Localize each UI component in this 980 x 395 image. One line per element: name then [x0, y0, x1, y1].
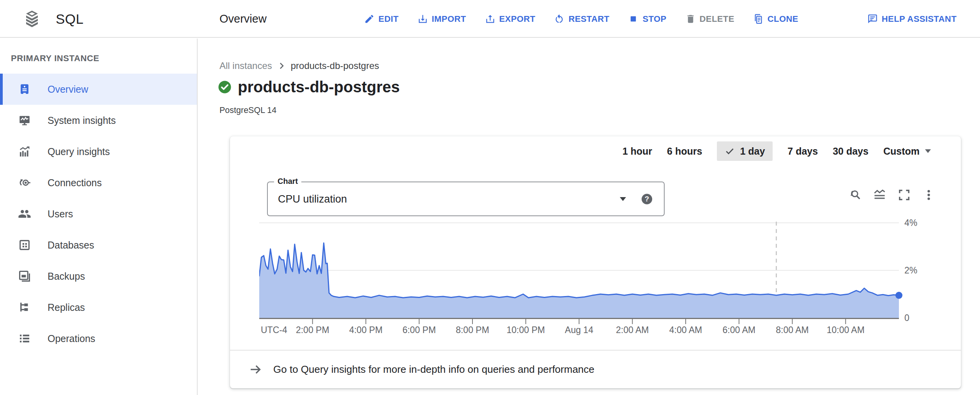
monitor-chart-icon	[18, 114, 31, 127]
metrics-card: 1 hour 6 hours 1 day 7 days 30 days Cust…	[230, 136, 961, 388]
instance-title-row: products-db-postgres	[218, 78, 400, 96]
svg-text:?: ?	[645, 195, 649, 203]
clone-button[interactable]: CLONE	[753, 14, 798, 24]
custom-range-label: Custom	[883, 146, 920, 157]
chart-tools	[849, 189, 935, 201]
zoom-reset-icon[interactable]	[849, 189, 861, 201]
restart-label: RESTART	[568, 14, 609, 24]
sidebar-item-system-insights[interactable]: System insights	[0, 105, 197, 136]
sidebar-item-backups[interactable]: Backups	[0, 261, 197, 292]
import-button[interactable]: IMPORT	[417, 14, 466, 24]
toolbar: EDIT IMPORT EXPORT RESTART STOP DELETE	[364, 14, 957, 24]
x-tick-label: 4:00 AM	[669, 325, 702, 335]
time-range-label: 6 hours	[667, 146, 702, 157]
time-range-6-hours[interactable]: 6 hours	[667, 141, 702, 161]
table-grid-icon	[18, 238, 31, 252]
export-button[interactable]: EXPORT	[485, 14, 536, 24]
stop-label: STOP	[642, 14, 666, 24]
sidebar-item-label: Operations	[48, 333, 95, 344]
sidebar-item-label: Replicas	[48, 302, 85, 313]
help-assistant-button[interactable]: HELP ASSISTANT	[867, 14, 957, 24]
instance-name: products-db-postgres	[238, 78, 400, 96]
sidebar-item-users[interactable]: Users	[0, 198, 197, 229]
cpu-chart-svg: 2:00 PM4:00 PM6:00 PM8:00 PM10:00 PMAug …	[259, 218, 961, 339]
check-icon	[725, 146, 735, 156]
upload-icon	[485, 14, 495, 24]
trash-icon	[685, 14, 696, 24]
x-tick-label: 6:00 PM	[402, 325, 436, 335]
sidebar-item-label: Overview	[48, 84, 88, 95]
clone-label: CLONE	[768, 14, 798, 24]
restart-button[interactable]: RESTART	[554, 14, 609, 24]
time-range-custom[interactable]: Custom	[883, 141, 931, 161]
x-tick-label: 2:00 AM	[616, 325, 649, 335]
help-icon[interactable]: ?	[641, 193, 653, 205]
cpu-utilization-chart[interactable]: 2:00 PM4:00 PM6:00 PM8:00 PM10:00 PMAug …	[259, 218, 961, 339]
sidebar-item-overview[interactable]: Overview	[0, 74, 197, 105]
x-tick-label: 10:00 AM	[827, 325, 865, 335]
time-range-label: 30 days	[833, 146, 869, 157]
time-range-7-days[interactable]: 7 days	[787, 141, 818, 161]
y-tick-label: 4%	[904, 218, 917, 228]
y-tick-label: 0	[904, 313, 909, 323]
stop-button[interactable]: STOP	[628, 14, 666, 24]
cloud-sql-logo-icon	[22, 9, 42, 29]
pencil-icon	[364, 14, 375, 24]
sidebar-item-databases[interactable]: Databases	[0, 229, 197, 261]
page-title: Overview	[219, 12, 267, 25]
import-label: IMPORT	[432, 14, 466, 24]
clone-icon	[753, 14, 764, 24]
x-tick-label: 10:00 PM	[507, 325, 545, 335]
check-circle-icon	[218, 80, 232, 94]
chevron-right-icon	[277, 61, 286, 71]
sidebar-item-label: Backups	[48, 271, 85, 282]
latest-point-dot	[895, 292, 902, 299]
chat-bubble-icon	[867, 14, 878, 24]
time-range-1-day[interactable]: 1 day	[717, 141, 773, 161]
sidebar-item-label: System insights	[48, 115, 116, 126]
sidebar-item-replicas[interactable]: Replicas	[0, 292, 197, 323]
time-range-selector: 1 hour 6 hours 1 day 7 days 30 days Cust…	[623, 141, 931, 161]
query-insights-link[interactable]: Go to Query insights for more in-depth i…	[230, 350, 961, 388]
sidebar-item-label: Databases	[48, 240, 94, 251]
header-main: Overview EDIT IMPORT EXPORT RESTART STOP	[198, 0, 980, 38]
arrow-right-icon	[249, 363, 262, 376]
more-vert-icon[interactable]	[922, 189, 935, 201]
chart-select-value: CPU utilization	[278, 193, 347, 205]
sidebar-item-operations[interactable]: Operations	[0, 323, 197, 354]
sidebar-item-connections[interactable]: Connections	[0, 167, 197, 198]
main-content: All instances products-db-postgres produ…	[198, 39, 980, 395]
sidebar-item-query-insights[interactable]: Query insights	[0, 136, 197, 167]
x-tick-label: 2:00 PM	[296, 325, 329, 335]
chart-select-label: Chart	[274, 177, 301, 186]
cpu-area-fill	[259, 243, 899, 318]
breadcrumb: All instances products-db-postgres	[219, 60, 379, 71]
fullscreen-icon[interactable]	[898, 189, 911, 201]
breadcrumb-all-instances[interactable]: All instances	[219, 60, 272, 71]
export-label: EXPORT	[499, 14, 536, 24]
people-icon	[18, 207, 31, 220]
power-restart-icon	[554, 14, 564, 24]
timezone-label: UTC-4	[261, 325, 287, 335]
top-header: SQL Overview EDIT IMPORT EXPORT RESTART	[0, 0, 980, 38]
sidebar-section-label: PRIMARY INSTANCE	[11, 53, 197, 63]
area-chart-icon[interactable]	[873, 189, 886, 201]
edit-label: EDIT	[379, 14, 399, 24]
x-tick-label: 8:00 PM	[456, 325, 489, 335]
product-logo-area: SQL	[0, 0, 198, 38]
delete-label: DELETE	[700, 14, 734, 24]
tree-branch-icon	[18, 301, 31, 314]
time-range-label: 1 day	[740, 146, 765, 157]
time-range-30-days[interactable]: 30 days	[833, 141, 869, 161]
sidebar-item-label: Users	[48, 208, 73, 220]
product-name: SQL	[56, 11, 84, 27]
x-tick-label: Aug 14	[565, 325, 593, 335]
delete-button[interactable]: DELETE	[685, 14, 734, 24]
instance-engine: PostgreSQL 14	[219, 106, 276, 115]
time-range-1-hour[interactable]: 1 hour	[623, 141, 652, 161]
chart-metric-select[interactable]: Chart CPU utilization ?	[267, 182, 665, 216]
bar-chart-trend-icon	[18, 145, 31, 158]
x-tick-label: 6:00 AM	[723, 325, 755, 335]
edit-button[interactable]: EDIT	[364, 14, 399, 24]
chevron-down-icon	[619, 197, 626, 201]
